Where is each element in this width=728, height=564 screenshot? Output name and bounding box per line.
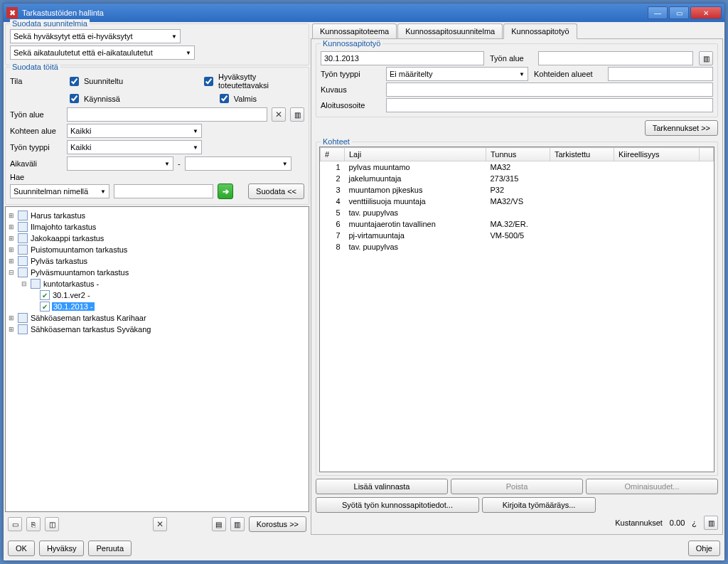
- ohje-button[interactable]: Ohje: [688, 541, 720, 556]
- peruuta-button[interactable]: Peruuta: [88, 541, 132, 556]
- tarkennukset-button[interactable]: Tarkennukset >>: [645, 120, 718, 136]
- grid-icon: [18, 233, 28, 243]
- grid-icon: [18, 211, 28, 220]
- table-row[interactable]: 2jakelumuuntaja273/315: [321, 173, 714, 184]
- tyon-alue-label: Työn alue: [10, 110, 63, 119]
- table-row[interactable]: 8tav. puupylvas: [321, 241, 714, 252]
- table-row[interactable]: 5tav. puupylvas: [321, 207, 714, 218]
- table-row[interactable]: 7pj-virtamuuntajaVM-500/5: [321, 230, 714, 241]
- aikavali-label: Aikaväli: [10, 159, 63, 168]
- hae-label: Hae: [10, 173, 63, 181]
- kohteiden-alueet-input[interactable]: [608, 67, 713, 81]
- suunniteltu-check[interactable]: [70, 77, 79, 86]
- expand-icon[interactable]: ⊞: [7, 326, 16, 333]
- help-small-icon[interactable]: ¿: [692, 518, 697, 527]
- col-n[interactable]: #: [321, 148, 345, 161]
- chevron-down-icon: ▼: [519, 71, 525, 78]
- maximize-button[interactable]: ▭: [669, 6, 689, 19]
- expand-icon[interactable]: ⊞: [7, 314, 16, 321]
- job-group: Kunnossapitotyö Työn alue ▥ Työn tyyppi …: [316, 43, 718, 117]
- kaynnissa-check[interactable]: [70, 94, 79, 103]
- tyon-tyyppi-combo[interactable]: Kaikki ▼: [67, 140, 202, 154]
- titlebar: ✖ Tarkastustöiden hallinta — ▭ ✕: [4, 4, 724, 22]
- grid-icon: [31, 279, 41, 289]
- grid-icon: [18, 222, 28, 232]
- expand-icon[interactable]: ⊞: [7, 223, 16, 230]
- minimize-button[interactable]: —: [648, 6, 668, 19]
- grid-icon: [18, 324, 28, 334]
- tyon-tyyppi-r-combo[interactable]: Ei määritelty ▼: [386, 67, 528, 81]
- hae-mode-combo[interactable]: Suunnitelman nimellä ▼: [10, 184, 109, 198]
- suodata-button[interactable]: Suodata <<: [248, 183, 304, 199]
- properties-button[interactable]: Ominaisuudet...: [586, 479, 718, 494]
- table-row[interactable]: 3muuntamon pjkeskusP32: [321, 184, 714, 196]
- plan-tree[interactable]: ⊞Harus tarkastus ⊞Ilmajohto tarkastus ⊞J…: [5, 206, 309, 512]
- aikavali-from[interactable]: ▼: [67, 156, 173, 171]
- collapse-icon[interactable]: ⊟: [7, 269, 16, 276]
- hyvaksy-button[interactable]: Hyväksy: [39, 541, 85, 556]
- check-icon: ✔: [40, 302, 50, 312]
- copy-icon[interactable]: ⎘: [26, 517, 41, 531]
- area-pick-icon[interactable]: ▥: [699, 51, 713, 65]
- aloitusosoite-label: Aloitusosoite: [321, 101, 380, 110]
- table-row[interactable]: 4venttiilisuoja muuntajaMA32/VS: [321, 196, 714, 207]
- tab-suunnitelma[interactable]: Kunnossapitosuunnitelma: [397, 23, 503, 39]
- kohteet-table[interactable]: # Laji Tunnus Tarkistettu Kiireellisyys …: [319, 147, 714, 472]
- table-row[interactable]: 1pylvas muuntamoMA32: [321, 161, 714, 174]
- tyon-alue-input[interactable]: [67, 107, 267, 122]
- clear-area-button[interactable]: ✕: [272, 107, 286, 122]
- kuvaus-input[interactable]: [386, 83, 713, 97]
- grid-icon: [18, 256, 28, 266]
- filter-jobs-title: Suodata töitä: [10, 63, 60, 71]
- hae-input[interactable]: [114, 184, 213, 198]
- close-button[interactable]: ✕: [690, 6, 722, 19]
- chevron-down-icon: ▼: [171, 33, 177, 40]
- expand-icon[interactable]: ⊞: [7, 212, 16, 219]
- expand-icon[interactable]: ⊞: [7, 246, 16, 253]
- expand-icon[interactable]: ⊞: [7, 257, 16, 265]
- chevron-down-icon: ▼: [193, 128, 198, 134]
- col-tark[interactable]: Tarkistettu: [550, 148, 614, 161]
- tyon-tyyppi-label: Työn tyyppi: [10, 143, 63, 151]
- col-tunnus[interactable]: Tunnus: [486, 148, 550, 161]
- cost-tool-icon[interactable]: ▥: [704, 516, 718, 530]
- col-laji[interactable]: Laji: [345, 148, 486, 161]
- valmis-check[interactable]: [220, 94, 229, 103]
- expand-icon[interactable]: ⊞: [7, 235, 16, 242]
- tila-label: Tila: [10, 77, 63, 85]
- chevron-down-icon: ▼: [100, 188, 106, 195]
- tab-tyo[interactable]: Kunnossapitotyö: [503, 23, 577, 39]
- bookmark-icon[interactable]: ◫: [45, 517, 59, 531]
- job-date-input[interactable]: [321, 51, 484, 65]
- korostus-button[interactable]: Korostus >>: [249, 516, 306, 532]
- tyon-alue-r-input[interactable]: [538, 51, 693, 65]
- check-icon: ✔: [40, 290, 50, 300]
- kustannukset-value: 0.00: [670, 518, 685, 527]
- table-row[interactable]: 6muuntajaerotin tavallinenMA.32/ER.: [321, 218, 714, 230]
- delete-icon[interactable]: ✕: [153, 517, 167, 531]
- delete-button[interactable]: Poista: [451, 479, 583, 494]
- aikavali-to[interactable]: ▼: [185, 156, 291, 171]
- kuvaus-label: Kuvaus: [321, 85, 380, 94]
- tab-teema[interactable]: Kunnossapitoteema: [312, 23, 397, 39]
- chevron-down-icon: ▼: [193, 144, 198, 151]
- syota-button[interactable]: Syötä työn kunnossapitotiedot...: [316, 497, 479, 513]
- collapse-icon[interactable]: ⊟: [20, 280, 28, 287]
- ok-button[interactable]: OK: [8, 541, 35, 556]
- hyvaksytty-check[interactable]: [204, 77, 213, 86]
- col-kiir[interactable]: Kiireellisyys: [614, 148, 700, 161]
- kohteiden-alueet-label: Kohteiden alueet: [534, 70, 602, 78]
- app-icon: ✖: [6, 7, 18, 18]
- approval-combo[interactable]: Sekä hyväksytyt että ei-hyväksytyt ▼: [10, 29, 181, 43]
- add-from-selection-button[interactable]: Lisää valinnasta: [316, 479, 448, 494]
- scheduled-combo[interactable]: Sekä aikataulutetut että ei-aikataulutet…: [10, 46, 195, 60]
- grid-icon: [18, 245, 28, 255]
- search-go-button[interactable]: ➔: [218, 183, 233, 199]
- tool-icon-2[interactable]: ▥: [230, 517, 245, 531]
- tool-icon-1[interactable]: ▤: [212, 517, 226, 531]
- aloitusosoite-input[interactable]: [386, 98, 713, 112]
- kohteen-alue-combo[interactable]: Kaikki ▼: [67, 124, 202, 138]
- pick-area-button[interactable]: ▥: [290, 107, 304, 122]
- doc-icon[interactable]: ▭: [8, 517, 22, 531]
- kirjoita-button[interactable]: Kirjoita työmääräys...: [482, 497, 596, 513]
